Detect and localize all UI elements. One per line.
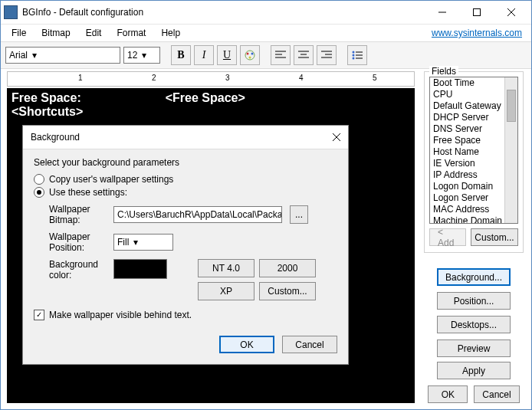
custom-color-button[interactable]: Custom... [259, 282, 316, 300]
menu-help[interactable]: Help [155, 26, 186, 40]
minimize-icon [438, 8, 446, 16]
add-field-button: < Add [429, 228, 466, 246]
bold-button[interactable]: B [171, 45, 191, 65]
position-button[interactable]: Position... [437, 292, 511, 310]
win2000-button[interactable]: 2000 [259, 259, 316, 277]
nt4-button[interactable]: NT 4.0 [198, 259, 255, 277]
wallpaper-bitmap-input[interactable]: C:\Users\BaruchR\AppData\Local\Packages [113, 206, 282, 223]
menu-file[interactable]: File [5, 26, 32, 40]
svg-point-5 [353, 51, 355, 54]
ok-button[interactable]: OK [428, 385, 468, 403]
list-item[interactable]: IE Version [430, 158, 505, 169]
field-label: Free Space: [11, 91, 81, 104]
close-button[interactable] [494, 2, 528, 23]
align-right-button[interactable] [317, 45, 337, 65]
xp-button[interactable]: XP [198, 282, 255, 300]
svg-point-2 [247, 53, 249, 55]
fontsize-value: 12 [127, 50, 137, 61]
list-item[interactable]: Logon Domain [430, 181, 505, 192]
radio-copy-label: Copy user's wallpaper settings [49, 174, 173, 185]
ruler-mark: 4 [299, 74, 304, 82]
bullets-icon [352, 51, 363, 60]
radio-copy-settings[interactable] [34, 174, 44, 185]
background-button[interactable]: Background... [437, 268, 511, 286]
side-panel: Fields Boot Time CPU Default Gateway DHC… [421, 67, 531, 409]
list-item[interactable]: Logon Server [430, 192, 505, 204]
svg-point-3 [251, 53, 254, 55]
color-button[interactable] [240, 45, 260, 65]
list-item[interactable]: DHCP Server [430, 112, 505, 123]
app-icon [4, 5, 18, 19]
list-item[interactable]: DNS Server [430, 123, 505, 135]
fontsize-select[interactable]: 12 ▾ [123, 47, 160, 64]
editor-line: <Shortcuts> [11, 105, 410, 119]
dialog-body: Select your background parameters Copy u… [23, 149, 348, 330]
underline-button[interactable]: U [217, 45, 237, 65]
bullets-button[interactable] [347, 45, 367, 65]
custom-field-button[interactable]: Custom... [471, 228, 518, 246]
radio-use-settings[interactable] [34, 187, 44, 198]
field-value: <Free Space> [166, 91, 245, 104]
align-center-button[interactable] [294, 45, 314, 65]
svg-point-7 [353, 57, 355, 60]
dialog-intro: Select your background parameters [34, 157, 337, 168]
chevron-down-icon: ▾ [32, 50, 37, 61]
fields-list[interactable]: Boot Time CPU Default Gateway DHCP Serve… [429, 77, 518, 224]
dialog-title: Background [31, 132, 333, 143]
palette-icon [244, 49, 256, 61]
background-color-label: Background color: [49, 259, 106, 280]
list-item[interactable]: MAC Address [430, 204, 505, 215]
editor-line: Free Space:<Free Space> [11, 91, 410, 105]
align-left-icon [275, 51, 286, 60]
bold-icon: B [177, 49, 184, 61]
visible-behind-text-checkbox[interactable]: ✓ [34, 310, 44, 320]
preview-button[interactable]: Preview [437, 339, 511, 357]
main-window: BGInfo - Default configuration File Bitm… [0, 0, 532, 410]
scrollbar-thumb[interactable] [507, 90, 516, 122]
maximize-icon [473, 8, 481, 16]
background-color-swatch[interactable] [113, 259, 167, 279]
svg-point-4 [249, 57, 251, 59]
dialog-cancel-button[interactable]: Cancel [282, 336, 337, 353]
list-item[interactable]: Host Name [430, 146, 505, 158]
cancel-button[interactable]: Cancel [474, 385, 519, 403]
list-item[interactable]: Machine Domain [430, 215, 505, 223]
menubar: File Bitmap Edit Format Help www.sysinte… [1, 25, 531, 41]
wallpaper-position-select[interactable]: Fill ▾ [113, 234, 173, 251]
ruler-mark: 5 [373, 74, 377, 82]
close-icon [333, 133, 340, 141]
font-select[interactable]: Arial ▾ [5, 47, 120, 64]
window-title: BGInfo - Default configuration [22, 7, 425, 18]
align-right-icon [321, 51, 332, 60]
list-item[interactable]: CPU [430, 89, 505, 100]
scrollbar[interactable] [504, 77, 517, 223]
list-item[interactable]: Free Space [430, 135, 505, 146]
ruler: 1 2 3 4 5 [7, 71, 415, 87]
close-icon [507, 8, 515, 16]
fields-legend: Fields [429, 66, 458, 77]
font-select-value: Arial [9, 50, 28, 61]
visible-behind-text-label: Make wallpaper visible behind text. [49, 310, 192, 320]
dialog-close-button[interactable] [333, 133, 340, 141]
browse-button[interactable]: ... [290, 205, 308, 224]
list-item[interactable]: Boot Time [430, 77, 505, 89]
minimize-button[interactable] [425, 2, 459, 23]
format-toolbar: Arial ▾ 12 ▾ B I U [1, 41, 531, 69]
align-left-button[interactable] [271, 45, 291, 65]
sysinternals-link[interactable]: www.sysinternals.com [432, 28, 527, 38]
menu-format[interactable]: Format [110, 26, 152, 40]
svg-point-6 [353, 54, 355, 57]
chevron-down-icon: ▾ [133, 237, 138, 248]
fields-group: Fields Boot Time CPU Default Gateway DHC… [424, 71, 524, 253]
menu-bitmap[interactable]: Bitmap [35, 26, 76, 40]
dialog-footer: OK Cancel [23, 330, 348, 364]
list-item[interactable]: Default Gateway [430, 100, 505, 112]
menu-edit[interactable]: Edit [80, 26, 108, 40]
apply-button[interactable]: Apply [437, 362, 511, 379]
maximize-button[interactable] [459, 2, 494, 23]
desktops-button[interactable]: Desktops... [437, 316, 511, 333]
italic-button[interactable]: I [194, 45, 214, 65]
list-item[interactable]: IP Address [430, 169, 505, 181]
chevron-down-icon: ▾ [142, 50, 146, 61]
dialog-ok-button[interactable]: OK [219, 336, 274, 353]
